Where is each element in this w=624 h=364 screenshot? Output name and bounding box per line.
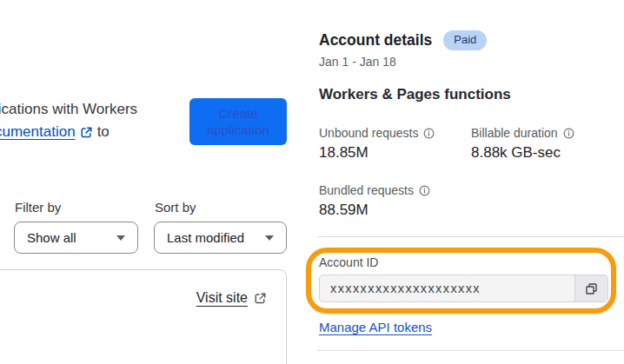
info-icon[interactable] xyxy=(419,185,430,196)
intro-text: lications with Workers cumentation to xyxy=(0,98,137,143)
copy-icon xyxy=(584,281,599,296)
metric-label: Unbound requests xyxy=(319,126,435,140)
metric-billable-duration: Billable duration 8.88k GB-sec xyxy=(471,126,574,162)
plan-badge: Paid xyxy=(443,30,487,50)
page-title: Account details xyxy=(319,31,432,50)
visit-site-link[interactable]: Visit site xyxy=(196,290,248,306)
sort-dropdown[interactable]: Last modified xyxy=(154,222,287,254)
account-id-field: xxxxxxxxxxxxxxxxxxxx xyxy=(319,275,608,302)
chevron-down-icon xyxy=(265,235,274,241)
date-range: Jan 1 - Jan 18 xyxy=(319,55,396,69)
divider xyxy=(317,236,624,237)
account-details-header: Account details Paid xyxy=(319,30,487,50)
info-icon[interactable] xyxy=(563,128,574,139)
intro-line-1: lications with Workers xyxy=(0,98,137,121)
intro-suffix: to xyxy=(97,121,110,143)
metric-label: Bundled requests xyxy=(319,183,430,197)
section-title: Workers & Pages functions xyxy=(319,86,511,103)
project-card: Visit site xyxy=(0,269,287,364)
sort-by-label: Sort by xyxy=(155,200,196,215)
account-id-value[interactable]: xxxxxxxxxxxxxxxxxxxx xyxy=(320,275,574,301)
intro-line-2: cumentation to xyxy=(0,121,137,143)
metric-value: 88.59M xyxy=(319,202,430,219)
external-link-icon xyxy=(254,292,267,305)
filter-dropdown-value: Show all xyxy=(27,230,76,245)
metric-label-text: Unbound requests xyxy=(319,126,418,140)
external-link-icon xyxy=(80,126,93,139)
metric-label: Billable duration xyxy=(471,126,574,140)
chevron-down-icon xyxy=(116,235,125,241)
filter-by-label: Filter by xyxy=(15,200,61,215)
metric-label-text: Bundled requests xyxy=(319,183,414,197)
metric-value: 8.88k GB-sec xyxy=(471,144,574,162)
account-id-label: Account ID xyxy=(319,255,378,269)
visit-site-row: Visit site xyxy=(196,290,267,306)
create-application-button[interactable]: Create application xyxy=(189,98,287,145)
copy-button[interactable] xyxy=(574,275,607,301)
metric-value: 18.85M xyxy=(319,144,435,162)
manage-api-tokens-link[interactable]: Manage API tokens xyxy=(319,320,432,334)
filter-dropdown[interactable]: Show all xyxy=(14,222,138,254)
documentation-link[interactable]: cumentation xyxy=(0,121,76,143)
divider xyxy=(317,350,624,351)
metric-unbound-requests: Unbound requests 18.85M xyxy=(319,126,435,162)
info-icon[interactable] xyxy=(423,128,435,139)
metric-bundled-requests: Bundled requests 88.59M xyxy=(319,183,430,219)
sort-dropdown-value: Last modified xyxy=(167,230,244,245)
metric-label-text: Billable duration xyxy=(471,126,558,140)
